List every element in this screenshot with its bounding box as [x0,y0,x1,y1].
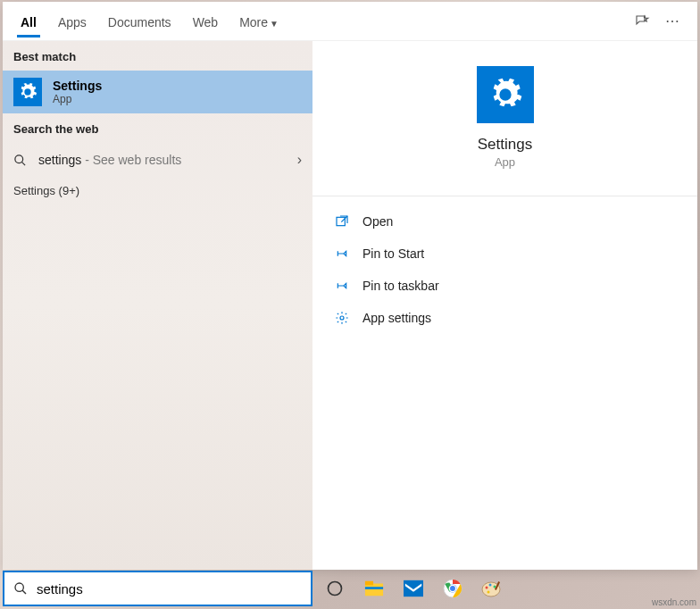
svg-rect-7 [365,584,383,596]
web-term: settings [38,153,81,167]
svg-point-18 [488,591,490,594]
open-icon [334,213,350,229]
action-label: Pin to Start [362,246,424,261]
tab-all[interactable]: All [10,6,47,37]
svg-rect-9 [365,587,383,589]
web-result[interactable]: settings - See web results › [3,143,312,177]
results-pane: Best match Settings App Search the web s… [3,41,312,570]
svg-point-4 [15,583,23,591]
mail-icon[interactable] [400,575,427,602]
chrome-icon[interactable] [439,575,466,602]
svg-rect-2 [337,217,345,225]
action-open[interactable]: Open [312,205,697,238]
action-label: Pin to taskbar [362,279,439,293]
result-subtitle: App [53,93,102,105]
web-suffix: - See web results [81,153,181,167]
tab-more[interactable]: More▼ [229,6,289,37]
paint-icon[interactable] [479,575,505,602]
svg-line-1 [21,162,25,165]
action-pin-taskbar[interactable]: Pin to taskbar [312,270,697,302]
gear-icon [477,66,534,123]
search-icon [13,154,28,167]
preview-pane: Settings App Open Pin to Start Pin to ta… [312,41,697,570]
best-match-result[interactable]: Settings App [3,71,312,113]
result-title: Settings [53,79,102,93]
best-match-label: Best match [3,41,312,71]
taskbar [321,571,505,606]
svg-point-13 [449,585,455,591]
svg-rect-10 [404,580,423,596]
svg-point-3 [340,316,344,320]
svg-line-5 [22,590,26,594]
category-label[interactable]: Settings (9+) [3,177,312,204]
more-options-icon[interactable]: ⋯ [662,11,683,32]
action-label: App settings [362,311,431,325]
divider [312,196,697,196]
svg-point-0 [15,154,23,163]
pin-icon [334,246,350,262]
pin-icon [334,278,350,294]
preview-subtitle: App [495,155,515,169]
svg-rect-8 [365,581,373,586]
search-input[interactable] [37,581,302,596]
search-icon [13,581,28,596]
filter-tabs: All Apps Documents Web More▼ ⋯ [3,2,697,41]
preview-title: Settings [478,136,532,154]
file-explorer-icon[interactable] [361,575,388,602]
feedback-icon[interactable] [631,11,653,32]
gear-icon [13,78,42,106]
watermark: wsxdn.com [652,597,696,607]
tab-documents[interactable]: Documents [97,6,182,37]
chevron-down-icon: ▼ [270,19,279,29]
search-box[interactable] [3,571,312,606]
svg-point-6 [329,582,342,596]
chevron-right-icon: › [297,152,302,168]
tab-apps[interactable]: Apps [47,6,97,37]
cortana-icon[interactable] [321,575,348,602]
svg-point-15 [486,587,488,589]
action-app-settings[interactable]: App settings [312,302,697,334]
action-pin-start[interactable]: Pin to Start [312,238,697,270]
svg-point-16 [489,584,492,587]
action-label: Open [362,214,393,229]
search-web-label: Search the web [3,113,312,143]
gear-icon [334,310,350,326]
tab-web[interactable]: Web [182,6,229,37]
